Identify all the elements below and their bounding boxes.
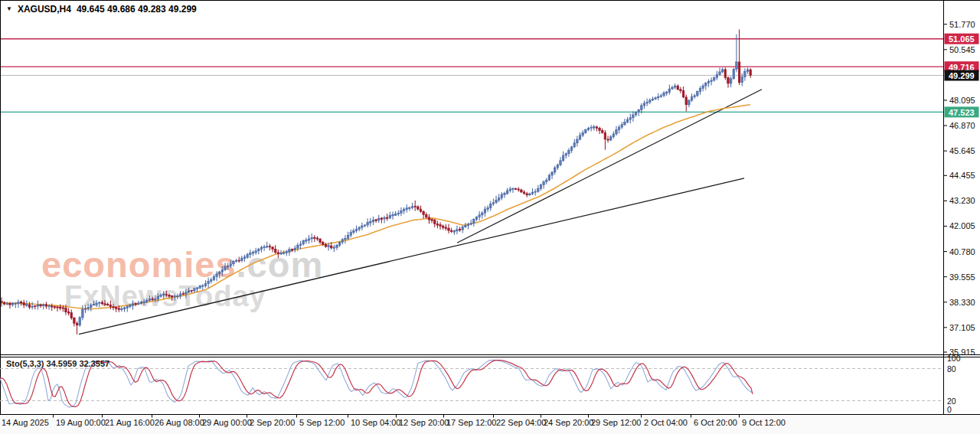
main-chart-region[interactable] <box>0 0 943 354</box>
symbol-period-label: XAGUSD,H4 <box>18 4 71 15</box>
ohlc-readout: 49.645 49.686 49.283 49.299 <box>77 4 197 15</box>
indicator-label: Sto(5,3,3) 34.5959 32.3557 <box>6 359 109 368</box>
time-axis-region[interactable] <box>0 414 980 434</box>
indicator-panel-region[interactable] <box>0 357 943 414</box>
price-axis-region[interactable] <box>944 0 980 414</box>
chevron-down-icon[interactable]: ▼ <box>6 5 12 13</box>
symbol-toolbar[interactable]: ▼ XAGUSD,H4 49.645 49.686 49.283 49.299 <box>6 4 197 15</box>
trading-chart-window: economies.com FxNewsToday 51.77050.54548… <box>0 0 980 434</box>
